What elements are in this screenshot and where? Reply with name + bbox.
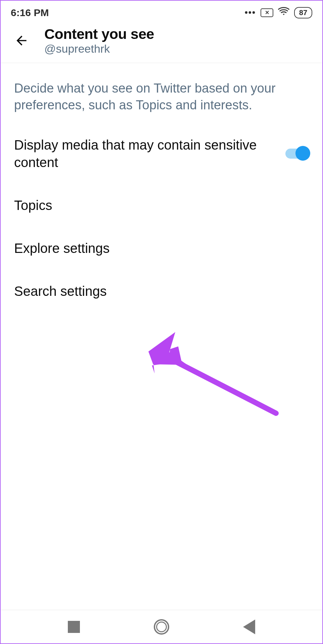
- more-dots-icon: •••: [245, 7, 256, 18]
- setting-label: Topics: [14, 197, 309, 214]
- page-header: Content you see @supreethrk: [1, 22, 322, 63]
- nav-recent-button[interactable]: [68, 621, 80, 633]
- sim-x-icon: ✕: [261, 8, 273, 17]
- setting-label: Explore settings: [14, 239, 309, 257]
- android-nav-bar: [1, 610, 322, 643]
- setting-explore-settings[interactable]: Explore settings: [1, 227, 322, 270]
- setting-sensitive-content[interactable]: Display media that may contain sensitive…: [1, 123, 322, 184]
- svg-marker-2: [148, 332, 187, 365]
- page-description: Decide what you see on Twitter based on …: [1, 63, 322, 123]
- setting-label: Display media that may contain sensitive…: [14, 136, 279, 171]
- toggle-knob: [295, 146, 310, 161]
- page-subtitle: @supreethrk: [44, 42, 154, 55]
- status-right: ••• ✕ 87: [245, 7, 312, 18]
- nav-back-button[interactable]: [243, 620, 255, 634]
- settings-list: Display media that may contain sensitive…: [1, 123, 322, 313]
- svg-marker-1: [143, 336, 189, 383]
- page-title: Content you see: [44, 26, 154, 42]
- nav-home-button[interactable]: [154, 619, 169, 635]
- toggle-sensitive-content[interactable]: [285, 149, 309, 159]
- setting-topics[interactable]: Topics: [1, 184, 322, 227]
- status-bar: 6:16 PM ••• ✕ 87: [1, 1, 322, 22]
- annotation-arrow: [152, 346, 293, 441]
- header-text: Content you see @supreethrk: [44, 26, 154, 55]
- svg-line-0: [165, 356, 276, 413]
- battery-level: 87: [294, 7, 312, 18]
- setting-label: Search settings: [14, 282, 309, 300]
- setting-search-settings[interactable]: Search settings: [1, 270, 322, 313]
- status-time: 6:16 PM: [11, 7, 49, 18]
- wifi-icon: [278, 7, 289, 18]
- back-button[interactable]: [11, 33, 34, 48]
- arrow-left-icon: [14, 33, 29, 48]
